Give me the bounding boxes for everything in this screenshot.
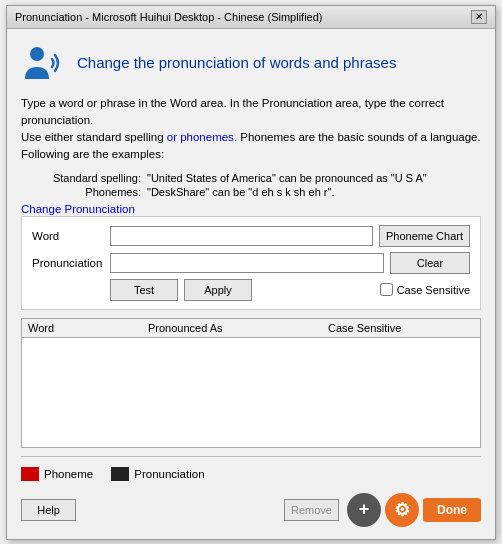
- table-body: [22, 338, 480, 438]
- example-phonemes-label: Phonemes:: [31, 186, 141, 198]
- header-row: Change the pronunciation of words and ph…: [21, 41, 481, 85]
- desc-phonemes-link: or phonemes: [167, 131, 234, 143]
- test-button[interactable]: Test: [110, 279, 178, 301]
- example-phonemes-row: Phonemes: "DeskShare" can be "d eh s k s…: [31, 186, 481, 198]
- svg-point-0: [30, 47, 44, 61]
- help-button[interactable]: Help: [21, 499, 76, 521]
- divider: [21, 456, 481, 457]
- window-content: Change the pronunciation of words and ph…: [7, 29, 495, 539]
- done-button[interactable]: Done: [423, 498, 481, 522]
- clear-button[interactable]: Clear: [390, 252, 470, 274]
- titlebar: Pronunciation - Microsoft Huihui Desktop…: [7, 6, 495, 29]
- table-col-case: Case Sensitive: [328, 322, 474, 334]
- speaker-icon: [21, 41, 65, 85]
- example-standard-value: "United States of America" can be pronou…: [147, 172, 427, 184]
- word-row: Word Phoneme Chart: [32, 225, 470, 247]
- pronunciation-color-box: [111, 467, 129, 481]
- desc-line1: Type a word or phrase in the Word area. …: [21, 97, 444, 126]
- pronunciation-label: Pronunciation: [32, 257, 110, 269]
- pronunciation-legend-label: Pronunciation: [134, 468, 204, 480]
- apply-button[interactable]: Apply: [184, 279, 252, 301]
- main-window: Pronunciation - Microsoft Huihui Desktop…: [6, 5, 496, 540]
- table-header: Word Pronounced As Case Sensitive: [22, 319, 480, 338]
- desc-line3: Following are the examples:: [21, 148, 164, 160]
- bottom-right: Remove + ⚙ Done: [284, 493, 481, 527]
- phoneme-legend-label: Phoneme: [44, 468, 93, 480]
- pronunciation-legend: Pronunciation: [111, 467, 204, 481]
- desc-line2-prefix: Use either standard spelling: [21, 131, 167, 143]
- change-pronunciation-link[interactable]: Change Pronunciation: [21, 203, 135, 215]
- phoneme-chart-button[interactable]: Phoneme Chart: [379, 225, 470, 247]
- settings-circle-button[interactable]: ⚙: [385, 493, 419, 527]
- remove-button[interactable]: Remove: [284, 499, 339, 521]
- case-sensitive-label: Case Sensitive: [397, 284, 470, 296]
- window-title: Pronunciation - Microsoft Huihui Desktop…: [15, 11, 323, 23]
- close-button[interactable]: ✕: [471, 10, 487, 24]
- case-sensitive-checkbox[interactable]: [380, 283, 393, 296]
- pronunciation-input[interactable]: [110, 253, 384, 273]
- legend-row: Phoneme Pronunciation: [21, 463, 481, 485]
- pronunciation-row: Pronunciation Clear: [32, 252, 470, 274]
- word-input[interactable]: [110, 226, 373, 246]
- example-standard-label: Standard spelling:: [31, 172, 141, 184]
- form-section: Word Phoneme Chart Pronunciation Clear T…: [21, 216, 481, 310]
- add-circle-button[interactable]: +: [347, 493, 381, 527]
- case-sensitive-wrapper: Case Sensitive: [380, 283, 470, 296]
- table-col-pronounced: Pronounced As: [148, 322, 328, 334]
- bottom-row: Help Remove + ⚙ Done: [21, 493, 481, 527]
- desc-line2-suffix: . Phonemes are the basic sounds of a lan…: [234, 131, 481, 143]
- description: Type a word or phrase in the Word area. …: [21, 95, 481, 164]
- phoneme-legend: Phoneme: [21, 467, 93, 481]
- example-standard-row: Standard spelling: "United States of Ame…: [31, 172, 481, 184]
- action-row: Test Apply Case Sensitive: [32, 279, 470, 301]
- example-phonemes-value: "DeskShare" can be "d eh s k sh eh r".: [147, 186, 334, 198]
- header-title: Change the pronunciation of words and ph…: [77, 54, 396, 71]
- pronunciation-table: Word Pronounced As Case Sensitive: [21, 318, 481, 448]
- word-label: Word: [32, 230, 110, 242]
- examples: Standard spelling: "United States of Ame…: [31, 172, 481, 198]
- done-circle-group: + ⚙ Done: [347, 493, 481, 527]
- phoneme-color-box: [21, 467, 39, 481]
- table-col-word: Word: [28, 322, 148, 334]
